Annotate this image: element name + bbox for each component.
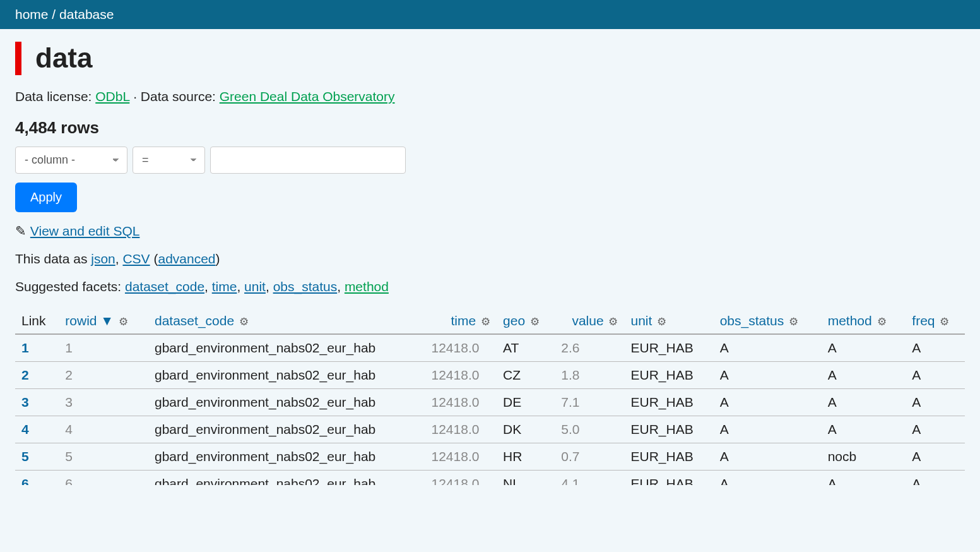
col-geo[interactable]: geo: [503, 313, 525, 328]
cell-rowid: 2: [59, 361, 148, 388]
cell-rowid: 1: [59, 334, 148, 362]
data-as-line: This data as json, CSV (advanced): [15, 251, 965, 267]
cell-unit: EUR_HAB: [624, 416, 713, 443]
cell-rowid: 3: [59, 388, 148, 416]
breadcrumb-home[interactable]: home: [15, 7, 49, 21]
col-rowid[interactable]: rowid ▼: [65, 313, 114, 328]
view-sql-line: ✎ View and edit SQL: [15, 224, 965, 239]
gear-icon[interactable]: ⚙: [119, 316, 128, 328]
col-freq[interactable]: freq: [912, 313, 935, 328]
col-time[interactable]: time: [451, 313, 476, 328]
cell-dataset-code: gbard_environment_nabs02_eur_hab: [148, 470, 425, 485]
table-row: 55gbard_environment_nabs02_eur_hab12418.…: [15, 443, 965, 470]
gear-icon[interactable]: ⚙: [608, 316, 618, 328]
cell-unit: EUR_HAB: [624, 334, 713, 362]
table-row: 22gbard_environment_nabs02_eur_hab12418.…: [15, 361, 965, 388]
cell-geo: CZ: [497, 361, 555, 388]
table-row: 66gbard_environment_nabs02_eur_hab12418.…: [15, 470, 965, 485]
cell-unit: EUR_HAB: [624, 443, 713, 470]
cell-dataset-code: gbard_environment_nabs02_eur_hab: [148, 443, 425, 470]
cell-geo: NL: [497, 470, 555, 485]
cell-method: A: [822, 470, 906, 485]
cell-time: 12418.0: [425, 416, 497, 443]
cell-dataset-code: gbard_environment_nabs02_eur_hab: [148, 361, 425, 388]
cell-geo: AT: [497, 334, 555, 362]
pencil-icon: ✎: [15, 224, 27, 238]
license-link[interactable]: ODbL: [95, 89, 129, 104]
filter-row: - column - =: [15, 147, 965, 174]
cell-value: 7.1: [555, 388, 624, 416]
meta-sep: ·: [129, 89, 141, 104]
data-as-csv[interactable]: CSV: [122, 251, 150, 266]
gear-icon[interactable]: ⚙: [657, 316, 666, 328]
table-row: 44gbard_environment_nabs02_eur_hab12418.…: [15, 416, 965, 443]
meta-line: Data license: ODbL · Data source: Green …: [15, 89, 965, 104]
data-as-advanced[interactable]: advanced: [158, 251, 215, 266]
cell-obs-status: A: [714, 470, 822, 485]
cell-obs-status: A: [714, 334, 822, 362]
breadcrumb-sep: /: [49, 7, 60, 21]
data-as-json[interactable]: json: [91, 251, 115, 266]
facet-method[interactable]: method: [345, 279, 389, 294]
cell-obs-status: A: [714, 388, 822, 416]
gear-icon[interactable]: ⚙: [789, 316, 798, 328]
cell-geo: HR: [497, 443, 555, 470]
cell-freq: A: [906, 443, 965, 470]
cell-obs-status: A: [714, 443, 822, 470]
facet-obs-status[interactable]: obs_status: [273, 279, 338, 294]
cell-freq: A: [906, 388, 965, 416]
facets-prefix: Suggested facets:: [15, 279, 125, 294]
filter-column-select[interactable]: - column -: [15, 147, 127, 174]
cell-value: 1.8: [555, 361, 624, 388]
gear-icon[interactable]: ⚙: [481, 316, 490, 328]
cell-method: A: [822, 416, 906, 443]
cell-time: 12418.0: [425, 334, 497, 362]
gear-icon[interactable]: ⚙: [940, 316, 949, 328]
row-link[interactable]: 4: [21, 422, 29, 436]
cell-time: 12418.0: [425, 470, 497, 485]
cell-time: 12418.0: [425, 361, 497, 388]
col-unit[interactable]: unit: [630, 313, 652, 328]
cell-time: 12418.0: [425, 388, 497, 416]
row-link[interactable]: 5: [21, 449, 29, 464]
table-row: 11gbard_environment_nabs02_eur_hab12418.…: [15, 334, 965, 362]
col-link: Link: [15, 308, 59, 334]
filter-operator-select[interactable]: =: [133, 147, 205, 174]
col-value[interactable]: value: [572, 313, 603, 328]
row-link[interactable]: 6: [21, 476, 29, 485]
data-as-prefix: This data as: [15, 251, 91, 266]
facet-time[interactable]: time: [212, 279, 237, 294]
breadcrumb: home / database: [0, 0, 980, 29]
cell-dataset-code: gbard_environment_nabs02_eur_hab: [148, 388, 425, 416]
cell-value: 5.0: [555, 416, 624, 443]
row-link[interactable]: 1: [21, 340, 29, 355]
source-link[interactable]: Green Deal Data Observatory: [220, 89, 395, 104]
gear-icon[interactable]: ⚙: [877, 316, 887, 328]
cell-unit: EUR_HAB: [624, 361, 713, 388]
cell-rowid: 5: [59, 443, 148, 470]
cell-method: A: [822, 334, 906, 362]
cell-freq: A: [906, 416, 965, 443]
gear-icon[interactable]: ⚙: [530, 316, 540, 328]
cell-rowid: 4: [59, 416, 148, 443]
col-method[interactable]: method: [828, 313, 872, 328]
cell-value: 2.6: [555, 334, 624, 362]
cell-obs-status: A: [714, 361, 822, 388]
col-dataset-code[interactable]: dataset_code: [155, 313, 234, 328]
cell-rowid: 6: [59, 470, 148, 485]
cell-freq: A: [906, 470, 965, 485]
filter-value-input[interactable]: [210, 147, 406, 174]
row-link[interactable]: 2: [21, 368, 29, 382]
table-row: 33gbard_environment_nabs02_eur_hab12418.…: [15, 388, 965, 416]
row-link[interactable]: 3: [21, 395, 29, 409]
row-count: 4,484 rows: [15, 118, 965, 138]
facet-unit[interactable]: unit: [244, 279, 266, 294]
cell-value: 4.1: [555, 470, 624, 485]
apply-button[interactable]: Apply: [15, 183, 77, 212]
gear-icon[interactable]: ⚙: [239, 316, 249, 328]
col-obs-status[interactable]: obs_status: [720, 313, 784, 328]
cell-unit: EUR_HAB: [624, 388, 713, 416]
facet-dataset-code[interactable]: dataset_code: [125, 279, 204, 294]
breadcrumb-database[interactable]: database: [59, 7, 114, 21]
view-edit-sql-link[interactable]: View and edit SQL: [30, 224, 140, 238]
